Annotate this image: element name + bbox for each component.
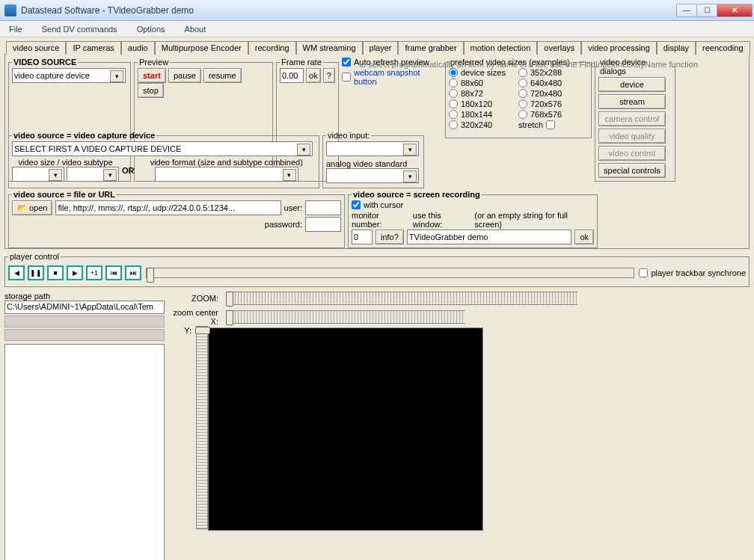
player-ffwd-button[interactable]: ⏭ (125, 265, 141, 280)
stream-dialog-button[interactable]: stream (598, 94, 666, 109)
screen-legend: video source = screen recording (352, 190, 482, 199)
snapshot-checkbox[interactable]: webcam snapshot button (342, 68, 442, 86)
zoom-center-x-label: zoom center X: (169, 308, 221, 326)
radio-88x72[interactable]: 88x72 (449, 89, 483, 98)
tab-encoder[interactable]: Multipurpose Encoder (155, 41, 248, 55)
special-controls-button[interactable]: special controls (598, 163, 666, 178)
usewin-label: use this window: (413, 211, 471, 229)
tab-ip-cameras[interactable]: IP cameras (66, 41, 120, 55)
video-input-select[interactable] (326, 141, 419, 156)
framerate-input[interactable]: 0.00 (280, 68, 304, 83)
radio-352x288[interactable]: 352x288 (518, 68, 562, 77)
tab-player[interactable]: player (363, 41, 399, 55)
framerate-help[interactable]: ? (323, 68, 335, 83)
video-input-group: video input: analog video standard (322, 131, 424, 188)
menu-about[interactable]: About (182, 23, 209, 35)
capture-device-select[interactable]: SELECT FIRST A VIDEO CAPTURE DEVICE (12, 141, 313, 156)
menu-options[interactable]: Options (134, 23, 168, 35)
start-button[interactable]: start (138, 68, 166, 83)
close-button[interactable]: ✕ (717, 4, 753, 17)
video-quality-button[interactable]: video quality (598, 129, 666, 144)
app-icon (4, 4, 16, 16)
radio-device-sizes[interactable]: device sizes (449, 68, 506, 77)
maximize-button[interactable]: ☐ (696, 4, 717, 17)
tab-display[interactable]: display (657, 41, 696, 55)
tab-video-source[interactable]: video source (6, 41, 66, 55)
gray-bar-1 (4, 316, 165, 327)
tab-motion[interactable]: motion detection (464, 41, 538, 55)
tab-frame-grabber[interactable]: frame grabber (398, 41, 463, 55)
tab-recording[interactable]: recording (248, 41, 296, 55)
stop-button[interactable]: stop (138, 83, 164, 98)
storage-path-input[interactable]: C:\Users\ADMINI~1\AppData\Local\Tem (4, 301, 165, 314)
window-ok-button[interactable]: ok (574, 230, 594, 244)
trackbar-sync-checkbox[interactable]: player trackbar synchrone (639, 268, 746, 277)
menu-file[interactable]: File (6, 23, 25, 35)
radio-320x240[interactable]: 320x240 (449, 120, 492, 129)
video-size-select[interactable] (12, 167, 64, 182)
title-bar: Datastead Software - TVideoGrabber demo … (0, 0, 754, 21)
window-name-input[interactable]: TVideoGrabber demo (407, 230, 572, 244)
tab-audio[interactable]: audio (121, 41, 155, 55)
radio-720x576[interactable]: 720x576 (518, 99, 562, 108)
stretch-checkbox[interactable]: stretch (518, 120, 555, 129)
log-area[interactable] (4, 344, 165, 560)
open-button[interactable]: 📂open (12, 200, 52, 215)
tab-video-processing[interactable]: video processing (581, 41, 657, 55)
video-format-label: video format (size and subtype combined) (138, 158, 316, 167)
player-step-button[interactable]: +1 (86, 265, 102, 280)
video-source-select[interactable]: video capture device (12, 68, 126, 83)
preview-legend: Preview (138, 58, 170, 67)
resume-button[interactable]: resume (203, 68, 242, 83)
player-trackbar[interactable] (146, 268, 634, 278)
findindex-hint: to select programmatically an item by na… (359, 60, 698, 69)
window-title: Datastead Software - TVideoGrabber demo (21, 5, 677, 16)
tab-reencoding[interactable]: reencoding (696, 41, 750, 55)
device-dialog-button[interactable]: device (598, 77, 666, 92)
radio-640x480[interactable]: 640x480 (518, 79, 562, 87)
camera-control-button[interactable]: camera control (598, 111, 666, 126)
tab-overlays[interactable]: overlays (537, 41, 581, 55)
minimize-button[interactable]: — (676, 4, 697, 17)
screen-record-group: video source = screen recording with cur… (348, 190, 598, 248)
menu-bar: File Send DV commands Options About (0, 21, 754, 37)
password-label: password: (265, 220, 302, 229)
radio-720x480[interactable]: 720x480 (518, 89, 562, 98)
user-input[interactable] (305, 200, 341, 215)
tab-wm-streaming[interactable]: WM streaming (296, 41, 363, 55)
zoom-center-x-slider[interactable] (226, 310, 465, 324)
framerate-ok[interactable]: ok (306, 68, 321, 83)
analog-std-select[interactable] (326, 168, 419, 183)
radio-88x60[interactable]: 88x60 (449, 79, 483, 87)
radio-180x144[interactable]: 180x144 (449, 110, 492, 119)
radio-768x576[interactable]: 768x576 (518, 110, 562, 119)
video-subtype-select[interactable] (67, 167, 119, 182)
player-prev-button[interactable]: ◀ (8, 265, 25, 280)
player-pause-button[interactable]: ❚❚ (28, 265, 44, 280)
src-device-group: video source = video capture device SELE… (8, 131, 319, 188)
src-device-legend: video source = video capture device (12, 131, 156, 140)
sizes-group: preferred video sizes (examples) device … (445, 58, 592, 138)
file-url-input[interactable]: file, http://, mms://, rtsp://, udp://22… (55, 200, 281, 215)
zoom-slider[interactable] (226, 292, 577, 305)
info-button[interactable]: info? (376, 230, 404, 244)
player-rewind-button[interactable]: ⏮ (105, 265, 122, 280)
pause-button[interactable]: pause (168, 68, 201, 83)
video-input-legend: video input: (326, 131, 371, 140)
player-control-group: player control ◀ ❚❚ ■ ▶ +1 ⏮ ⏭ player tr… (4, 252, 750, 287)
password-input[interactable] (305, 217, 341, 232)
zoom-center-y-label: Y: (169, 326, 191, 531)
file-legend: video source = file or URL (12, 190, 117, 199)
zoom-center-y-slider[interactable] (196, 326, 208, 529)
radio-180x120[interactable]: 180x120 (449, 99, 492, 108)
player-play-button[interactable]: ▶ (67, 265, 83, 280)
file-group: video source = file or URL 📂open file, h… (8, 190, 345, 248)
video-control-button[interactable]: video control (598, 146, 666, 161)
folder-icon: 📂 (17, 203, 28, 213)
monitor-number-input[interactable]: 0 (352, 230, 373, 244)
usewin-hint: (or an empty string for full screen) (474, 211, 594, 229)
cursor-checkbox[interactable]: with cursor (352, 200, 403, 209)
video-format-select[interactable] (155, 167, 298, 182)
player-stop-button[interactable]: ■ (47, 265, 64, 280)
menu-senddv[interactable]: Send DV commands (39, 23, 120, 35)
